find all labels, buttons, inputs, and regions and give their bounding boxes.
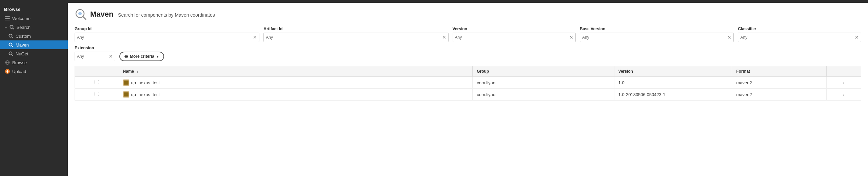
cell-arrow-2[interactable]: › xyxy=(826,89,861,101)
more-criteria-button[interactable]: ⊕ More criteria ▼ xyxy=(119,52,164,61)
th-name-label: Name xyxy=(123,69,134,74)
format-value-1: maven2 xyxy=(736,80,752,85)
clear-extension[interactable]: ✕ xyxy=(107,54,113,59)
maven-page-icon xyxy=(75,8,87,20)
cell-format-2: maven2 xyxy=(732,89,826,101)
table-header-row: Name ↑ Group Version Format xyxy=(75,66,861,77)
sidebar: Browse Welcome – Search xyxy=(0,3,68,176)
sidebar-item-custom-label: Custom xyxy=(16,34,31,39)
th-group[interactable]: Group xyxy=(473,66,614,77)
sidebar-item-maven[interactable]: Maven xyxy=(0,40,68,49)
input-version[interactable] xyxy=(455,35,568,40)
input-artifact-id[interactable] xyxy=(266,35,440,40)
svg-line-18 xyxy=(83,17,86,19)
upload-icon xyxy=(5,69,10,74)
cell-group-1: com.liyao xyxy=(473,77,614,89)
lines-icon xyxy=(5,16,10,21)
sort-arrow-icon: ↑ xyxy=(137,69,139,73)
search-icon-custom xyxy=(8,33,14,39)
table-row[interactable]: up_nexus_test com.liyao 1.0 maven2 › xyxy=(75,77,861,89)
page-header-text: Maven Search for components by Maven coo… xyxy=(90,10,215,19)
search-icon-search xyxy=(9,24,15,30)
input-classifier[interactable] xyxy=(740,35,853,40)
sidebar-item-browse-label: Browse xyxy=(12,60,27,65)
sidebar-item-maven-label: Maven xyxy=(16,42,29,48)
plus-icon: ⊕ xyxy=(124,54,128,59)
sidebar-item-nuget[interactable]: NuGet xyxy=(0,49,68,58)
input-group-id[interactable] xyxy=(77,35,252,40)
top-bar xyxy=(0,0,868,3)
artifact-icon-inner-2 xyxy=(124,92,129,96)
clear-group-id[interactable]: ✕ xyxy=(252,35,257,40)
th-name[interactable]: Name ↑ xyxy=(119,66,473,77)
cell-arrow-1[interactable]: › xyxy=(826,77,861,89)
clear-artifact-id[interactable]: ✕ xyxy=(441,35,446,40)
field-classifier: Classifier ✕ xyxy=(738,27,861,42)
svg-rect-0 xyxy=(5,16,10,17)
version-value-2: 1.0-20180506.050423-1 xyxy=(618,92,666,97)
svg-line-6 xyxy=(12,37,13,38)
content-area: Maven Search for components by Maven coo… xyxy=(68,3,868,176)
table-row[interactable]: up_nexus_test com.liyao 1.0-20180506.050… xyxy=(75,89,861,101)
search-form: Group Id ✕ Artifact Id ✕ Version xyxy=(75,27,861,61)
th-version-label: Version xyxy=(618,69,633,74)
th-format[interactable]: Format xyxy=(732,66,826,77)
sidebar-item-welcome-label: Welcome xyxy=(12,16,31,21)
sidebar-title: Browse xyxy=(0,4,68,14)
sidebar-item-nuget-label: NuGet xyxy=(16,51,28,56)
form-row-2: Extension ✕ ⊕ More criteria ▼ xyxy=(75,46,861,61)
more-criteria-label: More criteria xyxy=(130,54,154,59)
sidebar-item-custom[interactable]: Custom xyxy=(0,32,68,40)
label-extension: Extension xyxy=(75,46,115,50)
cell-version-1: 1.0 xyxy=(614,77,732,89)
page-title: Maven xyxy=(90,10,113,18)
sidebar-item-search-label: Search xyxy=(17,25,31,30)
svg-rect-1 xyxy=(5,18,10,19)
artifact-icon-2 xyxy=(123,91,129,98)
svg-point-19 xyxy=(78,12,82,15)
input-base-version[interactable] xyxy=(582,35,726,40)
sidebar-item-upload[interactable]: Upload xyxy=(0,67,68,76)
cell-name-1: up_nexus_test xyxy=(119,77,473,89)
th-group-label: Group xyxy=(477,69,489,74)
dash-icon: – xyxy=(5,25,7,30)
search-icon-nuget xyxy=(8,51,14,56)
svg-line-8 xyxy=(12,46,13,47)
row-checkbox-1[interactable] xyxy=(95,80,99,84)
label-version: Version xyxy=(453,27,576,31)
artifact-icon-inner-1 xyxy=(124,81,129,85)
field-artifact-id: Artifact Id ✕ xyxy=(263,27,448,42)
input-extension[interactable] xyxy=(77,54,107,59)
input-version-wrapper: ✕ xyxy=(453,33,576,42)
form-row-1: Group Id ✕ Artifact Id ✕ Version xyxy=(75,27,861,42)
cell-format-1: maven2 xyxy=(732,77,826,89)
svg-line-10 xyxy=(12,55,13,56)
cell-version-2: 1.0-20180506.050423-1 xyxy=(614,89,732,101)
clear-version[interactable]: ✕ xyxy=(568,35,573,40)
globe-icon xyxy=(5,60,10,65)
search-icon-maven xyxy=(8,42,14,48)
group-value-2: com.liyao xyxy=(477,92,495,97)
th-arrow xyxy=(826,66,861,77)
input-group-id-wrapper: ✕ xyxy=(75,33,259,42)
input-classifier-wrapper: ✕ xyxy=(738,33,861,42)
field-base-version: Base Version ✕ xyxy=(580,27,734,42)
cell-checkbox-1 xyxy=(75,77,119,89)
clear-classifier[interactable]: ✕ xyxy=(853,35,859,40)
cell-name-2: up_nexus_test xyxy=(119,89,473,101)
chevron-right-icon-1: › xyxy=(843,80,845,85)
sidebar-item-browse[interactable]: Browse xyxy=(0,58,68,67)
row-checkbox-2[interactable] xyxy=(95,92,99,96)
sidebar-item-upload-label: Upload xyxy=(12,69,26,74)
th-format-label: Format xyxy=(736,69,750,74)
sidebar-item-welcome[interactable]: Welcome xyxy=(0,14,68,23)
svg-line-4 xyxy=(13,28,14,30)
clear-base-version[interactable]: ✕ xyxy=(726,35,731,40)
th-version[interactable]: Version xyxy=(614,66,732,77)
name-value-2: up_nexus_test xyxy=(131,92,160,97)
th-checkbox xyxy=(75,66,119,77)
label-group-id: Group Id xyxy=(75,27,259,31)
svg-rect-16 xyxy=(7,72,8,73)
sidebar-item-search[interactable]: – Search xyxy=(0,23,68,32)
name-value-1: up_nexus_test xyxy=(131,80,160,85)
